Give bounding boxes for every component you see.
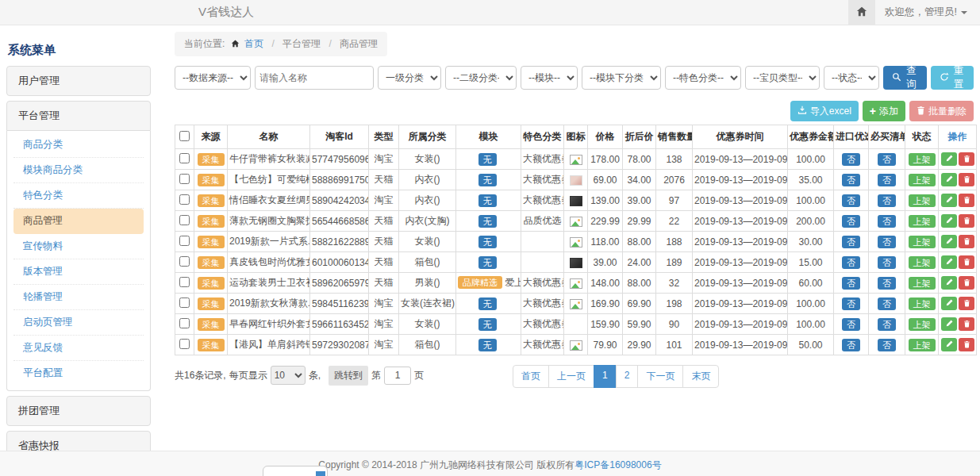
edit-button[interactable] [941, 317, 957, 331]
edit-button[interactable] [941, 338, 957, 351]
sidebar-item-splash-management[interactable]: 启动页管理 [13, 310, 144, 336]
sidebar-item-saving-news[interactable]: 省惠快报 [6, 431, 151, 451]
import-select-toggle[interactable]: 否 [842, 298, 860, 310]
status-toggle[interactable]: 上架 [909, 277, 936, 290]
sidebar-item-promo-materials[interactable]: 宣传物料 [13, 234, 144, 259]
sidebar-item-module-product-category[interactable]: 模块商品分类 [13, 158, 144, 183]
batch-delete-button[interactable]: 批量删除 [909, 101, 974, 121]
sidebar-item-product-category[interactable]: 商品分类 [13, 132, 144, 158]
select-all-checkbox[interactable] [179, 131, 190, 141]
status-toggle[interactable]: 上架 [909, 298, 936, 310]
sidebar-item-platform-config[interactable]: 平台配置 [13, 361, 144, 386]
import-select-toggle[interactable]: 否 [842, 339, 860, 351]
icp-link[interactable]: 粤ICP备16098006号 [575, 459, 661, 470]
delete-button[interactable] [959, 297, 974, 310]
row-checkbox[interactable] [179, 153, 190, 163]
sidebar-item-feedback[interactable]: 意见反馈 [13, 336, 144, 361]
pager-page-1[interactable]: 1 [594, 365, 617, 388]
import-select-toggle[interactable]: 否 [842, 174, 860, 186]
status-toggle[interactable]: 上架 [909, 194, 936, 207]
must-buy-toggle[interactable]: 否 [878, 277, 896, 290]
sidebar-item-user-management[interactable]: 用户管理 [6, 66, 151, 96]
status-toggle[interactable]: 上架 [909, 153, 936, 166]
delete-button[interactable] [959, 338, 974, 351]
must-buy-toggle[interactable]: 否 [878, 318, 896, 331]
must-buy-toggle[interactable]: 否 [878, 256, 896, 269]
jump-button[interactable]: 跳转到 [329, 366, 368, 386]
edit-button[interactable] [941, 235, 957, 248]
row-checkbox[interactable] [179, 298, 190, 308]
status-toggle[interactable]: 上架 [909, 174, 936, 186]
status-select[interactable]: --状态-- [824, 66, 879, 90]
reset-button[interactable]: 重置 [931, 66, 974, 90]
status-toggle[interactable]: 上架 [909, 318, 936, 331]
row-checkbox[interactable] [179, 194, 190, 205]
edit-button[interactable] [941, 152, 957, 166]
pager-next[interactable]: 下一页 [637, 365, 683, 388]
sidebar-item-platform-management[interactable]: 平台管理 [6, 101, 151, 131]
import-select-toggle[interactable]: 否 [842, 318, 860, 331]
sidebar-item-carousel-management[interactable]: 轮播管理 [13, 285, 144, 310]
edit-button[interactable] [941, 194, 957, 207]
delete-button[interactable] [959, 194, 974, 207]
add-button[interactable]: + 添加 [863, 101, 905, 121]
must-buy-toggle[interactable]: 否 [878, 194, 896, 207]
sidebar-item-group-buy[interactable]: 拼团管理 [6, 396, 151, 426]
per-page-select[interactable]: 10 [271, 366, 306, 385]
row-checkbox[interactable] [179, 318, 190, 328]
module-subcategory-select[interactable]: --模块下分类-- [582, 66, 661, 90]
row-checkbox[interactable] [179, 256, 190, 267]
pager-prev[interactable]: 上一页 [548, 365, 594, 388]
import-select-toggle[interactable]: 否 [842, 153, 860, 166]
import-select-toggle[interactable]: 否 [842, 256, 860, 269]
status-toggle[interactable]: 上架 [909, 256, 936, 269]
search-button[interactable]: 查询 [883, 66, 927, 90]
row-checkbox[interactable] [179, 215, 190, 225]
item-type-select[interactable]: --宝贝类型-- [745, 66, 820, 90]
pager-last[interactable]: 末页 [682, 365, 719, 388]
sidebar-item-feature-category[interactable]: 特色分类 [13, 183, 144, 209]
edit-button[interactable] [941, 173, 957, 186]
import-select-toggle[interactable]: 否 [842, 215, 860, 228]
feature-category-select[interactable]: --特色分类-- [665, 66, 741, 90]
sidebar-item-version-management[interactable]: 版本管理 [13, 259, 144, 285]
sidebar-item-product-management[interactable]: 商品管理 [13, 209, 144, 234]
edit-button[interactable] [941, 214, 957, 228]
delete-button[interactable] [959, 317, 974, 331]
delete-button[interactable] [959, 276, 974, 290]
row-checkbox[interactable] [179, 277, 190, 287]
must-buy-toggle[interactable]: 否 [878, 339, 896, 351]
module-select[interactable]: --模块-- [521, 66, 578, 90]
must-buy-toggle[interactable]: 否 [878, 236, 896, 248]
edit-button[interactable] [941, 276, 957, 290]
must-buy-toggle[interactable]: 否 [878, 153, 896, 166]
status-toggle[interactable]: 上架 [909, 236, 936, 248]
import-select-toggle[interactable]: 否 [842, 194, 860, 207]
must-buy-toggle[interactable]: 否 [878, 174, 896, 186]
import-select-toggle[interactable]: 否 [842, 277, 860, 290]
import-select-toggle[interactable]: 否 [842, 236, 860, 248]
must-buy-toggle[interactable]: 否 [878, 215, 896, 228]
import-excel-button[interactable]: 导入excel [790, 101, 859, 121]
home-button[interactable] [848, 0, 875, 25]
row-checkbox[interactable] [179, 339, 190, 349]
status-toggle[interactable]: 上架 [909, 339, 936, 351]
delete-button[interactable] [959, 235, 974, 248]
pager-first[interactable]: 首页 [513, 365, 549, 388]
data-source-select[interactable]: --数据来源-- [175, 66, 251, 90]
must-buy-toggle[interactable]: 否 [878, 298, 896, 310]
level2-category-select[interactable]: --二级分类-- [445, 66, 517, 90]
delete-button[interactable] [959, 173, 974, 186]
edit-button[interactable] [941, 297, 957, 310]
status-toggle[interactable]: 上架 [909, 215, 936, 228]
row-checkbox[interactable] [179, 236, 190, 246]
delete-button[interactable] [959, 255, 974, 269]
pager-page-2[interactable]: 2 [616, 365, 639, 388]
row-checkbox[interactable] [179, 174, 190, 184]
edit-button[interactable] [941, 255, 957, 269]
level1-category-select[interactable]: 一级分类 [378, 66, 441, 90]
user-menu[interactable]: 欢迎您，管理员! [875, 6, 980, 19]
delete-button[interactable] [959, 214, 974, 228]
delete-button[interactable] [959, 152, 974, 166]
name-search-input[interactable] [255, 66, 374, 90]
